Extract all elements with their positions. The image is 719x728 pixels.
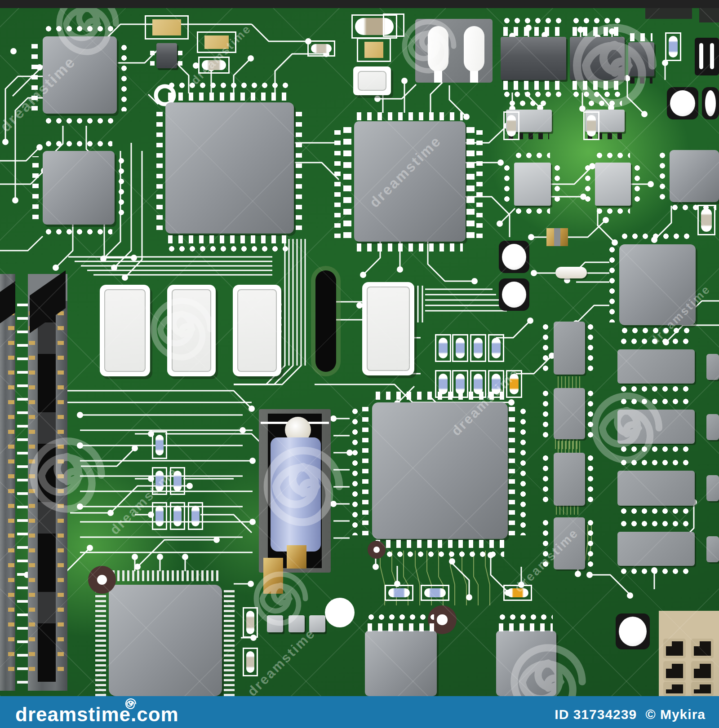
module-face <box>104 289 146 372</box>
ic-memory-sliver <box>706 536 719 562</box>
white-module <box>100 285 150 376</box>
image-id: ID 31734239 <box>555 707 637 722</box>
connector-cell <box>663 639 686 658</box>
pin-row <box>168 93 291 101</box>
spiral-icon <box>27 435 108 516</box>
smd-resistor-blue <box>170 502 185 530</box>
copyright: © Mykira <box>646 707 706 722</box>
connector-cell <box>663 682 686 696</box>
ic-qfp-topleft-2 <box>43 151 115 225</box>
fuse-cylinder <box>555 267 587 278</box>
spiral-icon <box>570 21 660 110</box>
pin-row <box>368 623 434 631</box>
pad-row <box>509 100 549 107</box>
pad-row <box>376 551 504 558</box>
connector-block <box>695 38 719 75</box>
via-hole <box>97 575 107 585</box>
pin-row <box>503 27 564 36</box>
pad-row <box>621 233 693 240</box>
pad-row <box>542 454 549 505</box>
via-hole <box>373 547 380 553</box>
module-face <box>237 289 277 372</box>
oscillator-lead <box>470 71 478 83</box>
resistor-body <box>388 588 410 597</box>
ic-memory-vertical <box>554 453 585 506</box>
pad-row <box>168 245 291 252</box>
key-glyph <box>694 684 711 693</box>
solder-dash-column <box>17 299 28 684</box>
connector-gold-pins <box>8 304 14 682</box>
connector-cell <box>691 682 714 696</box>
smd-resistor-silver <box>697 205 715 235</box>
pad-row <box>620 507 692 515</box>
push-button <box>499 278 529 311</box>
resistor-body <box>492 338 501 358</box>
resistor-body <box>246 651 254 673</box>
ic-memory-sliver <box>706 475 719 501</box>
pin-row <box>503 81 564 90</box>
pad-row <box>168 82 291 89</box>
pin-row <box>376 540 504 548</box>
via-ring <box>368 541 386 559</box>
white-module <box>233 285 281 376</box>
smd-resistor-blue <box>152 431 167 459</box>
resistor-body <box>191 506 200 526</box>
ic-qfp-bottomleft-large <box>109 585 222 696</box>
resistor-body <box>173 506 182 526</box>
stock-image-page: dreamstime dreamstime dreamstime dreamst… <box>0 8 719 728</box>
watermark-footer-bar: dreamstime.com ID 31734239 © Mykira <box>0 696 719 728</box>
pad-row <box>620 520 692 527</box>
pad-row <box>515 152 550 159</box>
smd-resistor-blue <box>421 585 449 601</box>
resistor-body <box>439 338 448 358</box>
pad-row <box>519 408 527 535</box>
pad-row <box>587 323 594 374</box>
edge-component <box>699 8 719 22</box>
pin-row <box>343 125 351 238</box>
image-credit: ID 31734239 © Mykira <box>550 707 706 722</box>
edge-component <box>645 8 692 19</box>
pin-row <box>150 46 155 66</box>
resistor-body <box>424 588 446 597</box>
resistor-body <box>587 115 596 137</box>
resistor-body <box>474 338 483 358</box>
pad-row <box>515 207 550 215</box>
ic-memory-horizontal <box>617 349 695 384</box>
pin-row <box>296 106 302 230</box>
ic-memory-sliver <box>706 354 719 380</box>
pad-row <box>596 152 630 159</box>
pad-row <box>118 157 125 220</box>
fine-pin-row <box>95 588 106 696</box>
ic-soic8 <box>156 43 177 68</box>
smd-resistor-silver <box>243 648 258 676</box>
spiral-icon <box>400 17 458 75</box>
pad-row <box>554 164 561 204</box>
ic-soic-topright-1 <box>501 37 566 80</box>
pin-row <box>334 126 341 238</box>
pad-row <box>45 140 112 147</box>
via-ring <box>88 566 116 594</box>
key-glyph <box>666 664 683 678</box>
pin-row <box>168 235 291 243</box>
ic-partial-rightedge <box>670 150 719 202</box>
connector-cell <box>691 661 714 681</box>
pin-row <box>466 125 475 238</box>
pad-row <box>503 164 510 204</box>
tantalum-capacitor <box>145 15 189 40</box>
pin-row <box>32 156 39 219</box>
smd-resistor-silver <box>307 40 335 57</box>
pin-row <box>357 112 463 120</box>
via-hole <box>437 614 447 625</box>
white-component <box>353 66 391 95</box>
fine-pin-row <box>224 588 235 696</box>
resistor-body <box>311 44 332 53</box>
spiral-icon <box>125 698 137 710</box>
pad-row <box>542 390 549 438</box>
key-glyph <box>694 664 711 678</box>
test-point-dome <box>670 90 695 116</box>
smd-resistor-blue <box>452 334 468 362</box>
connector-pin <box>710 43 714 69</box>
ic-qfn-1 <box>514 163 551 206</box>
smd-resistor-silver <box>503 111 519 140</box>
ic-memory-sliver <box>706 414 719 440</box>
